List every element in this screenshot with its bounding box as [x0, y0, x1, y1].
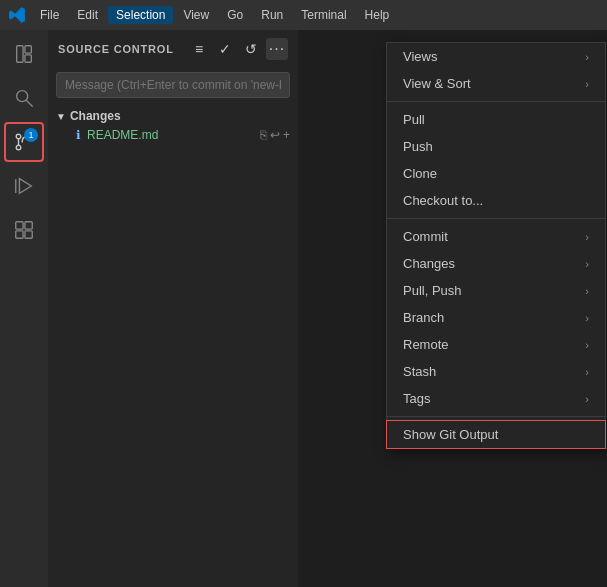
menu-item-views-label: Views: [403, 49, 437, 64]
menu-item-checkout-label: Checkout to...: [403, 193, 483, 208]
menu-terminal[interactable]: Terminal: [293, 6, 354, 24]
svg-rect-14: [25, 231, 32, 238]
menu-item-stash-arrow: ›: [585, 366, 589, 378]
menu-item-remote-label: Remote: [403, 337, 449, 352]
menu-item-remote-arrow: ›: [585, 339, 589, 351]
menu-item-stash-label: Stash: [403, 364, 436, 379]
menu-item-commit-arrow: ›: [585, 231, 589, 243]
menu-item-changes-label: Changes: [403, 256, 455, 271]
context-menu: Views › View & Sort › Pull Push Clone Ch…: [386, 42, 606, 449]
menu-item-tags-label: Tags: [403, 391, 430, 406]
menu-item-branch-label: Branch: [403, 310, 444, 325]
menu-item-clone-label: Clone: [403, 166, 437, 181]
file-item-actions: ⎘ ↩ +: [260, 128, 290, 142]
menu-separator-2: [387, 218, 605, 219]
commit-check-button[interactable]: ✓: [214, 38, 236, 60]
sc-actions: ≡ ✓ ↺ ···: [188, 38, 288, 60]
file-info-icon: ℹ: [76, 128, 81, 142]
activity-source-control[interactable]: 1: [4, 122, 44, 162]
menu-item-views-arrow: ›: [585, 51, 589, 63]
more-actions-button[interactable]: ···: [266, 38, 288, 60]
menu-item-push-label: Push: [403, 139, 433, 154]
changes-label: Changes: [70, 109, 121, 123]
menu-item-view-sort[interactable]: View & Sort ›: [387, 70, 605, 97]
file-item-readme[interactable]: ℹ README.md ⎘ ↩ +: [48, 126, 298, 144]
menu-item-view-sort-arrow: ›: [585, 78, 589, 90]
vscode-logo-icon: [8, 6, 26, 24]
collapse-button[interactable]: ≡: [188, 38, 210, 60]
open-file-icon[interactable]: ⎘: [260, 128, 267, 142]
menu-item-show-git-output-label: Show Git Output: [403, 427, 498, 442]
source-control-title: SOURCE CONTROL: [58, 43, 174, 55]
svg-point-3: [17, 91, 28, 102]
menu-item-changes-arrow: ›: [585, 258, 589, 270]
menu-item-pull-push-arrow: ›: [585, 285, 589, 297]
changes-header[interactable]: ▼ Changes: [48, 106, 298, 126]
menu-item-changes[interactable]: Changes ›: [387, 250, 605, 277]
menu-go[interactable]: Go: [219, 6, 251, 24]
menu-item-pull-push[interactable]: Pull, Push ›: [387, 277, 605, 304]
svg-marker-9: [19, 179, 31, 194]
svg-rect-12: [25, 222, 32, 229]
menu-item-branch[interactable]: Branch ›: [387, 304, 605, 331]
menu-item-tags-arrow: ›: [585, 393, 589, 405]
svg-rect-11: [16, 222, 23, 229]
changes-chevron-icon: ▼: [56, 111, 66, 122]
svg-rect-2: [25, 55, 31, 62]
svg-line-4: [27, 101, 33, 107]
menu-item-pull-push-label: Pull, Push: [403, 283, 462, 298]
title-bar: File Edit Selection View Go Run Terminal…: [0, 0, 607, 30]
menu-item-checkout[interactable]: Checkout to...: [387, 187, 605, 214]
menu-item-commit-label: Commit: [403, 229, 448, 244]
menu-item-remote[interactable]: Remote ›: [387, 331, 605, 358]
menu-item-push[interactable]: Push: [387, 133, 605, 160]
menu-item-commit[interactable]: Commit ›: [387, 223, 605, 250]
refresh-button[interactable]: ↺: [240, 38, 262, 60]
menu-view[interactable]: View: [175, 6, 217, 24]
menu-bar: File Edit Selection View Go Run Terminal…: [32, 6, 397, 24]
menu-item-clone[interactable]: Clone: [387, 160, 605, 187]
activity-search[interactable]: [4, 78, 44, 118]
changes-section: ▼ Changes ℹ README.md ⎘ ↩ +: [48, 102, 298, 148]
menu-item-pull-label: Pull: [403, 112, 425, 127]
svg-rect-13: [16, 231, 23, 238]
menu-file[interactable]: File: [32, 6, 67, 24]
activity-explorer[interactable]: [4, 34, 44, 74]
source-control-badge: 1: [24, 128, 38, 142]
svg-point-5: [16, 145, 21, 150]
menu-item-stash[interactable]: Stash ›: [387, 358, 605, 385]
menu-separator-3: [387, 416, 605, 417]
menu-edit[interactable]: Edit: [69, 6, 106, 24]
menu-selection[interactable]: Selection: [108, 6, 173, 24]
file-name-label: README.md: [87, 128, 260, 142]
source-control-header: SOURCE CONTROL ≡ ✓ ↺ ···: [48, 30, 298, 68]
menu-item-branch-arrow: ›: [585, 312, 589, 324]
svg-point-7: [16, 134, 21, 139]
menu-item-pull[interactable]: Pull: [387, 106, 605, 133]
menu-help[interactable]: Help: [357, 6, 398, 24]
menu-item-views[interactable]: Views ›: [387, 43, 605, 70]
activity-run[interactable]: [4, 166, 44, 206]
activity-extensions[interactable]: [4, 210, 44, 250]
menu-item-show-git-output[interactable]: Show Git Output: [387, 421, 605, 448]
discard-icon[interactable]: ↩: [270, 128, 280, 142]
menu-item-view-sort-label: View & Sort: [403, 76, 471, 91]
sidebar: SOURCE CONTROL ≡ ✓ ↺ ··· ▼ Changes: [48, 30, 298, 587]
stage-icon[interactable]: +: [283, 128, 290, 142]
menu-run[interactable]: Run: [253, 6, 291, 24]
svg-rect-1: [25, 46, 31, 53]
commit-message-input[interactable]: [56, 72, 290, 98]
menu-item-tags[interactable]: Tags ›: [387, 385, 605, 412]
menu-separator-1: [387, 101, 605, 102]
svg-rect-0: [17, 46, 23, 63]
activity-bar: 1: [0, 30, 48, 587]
